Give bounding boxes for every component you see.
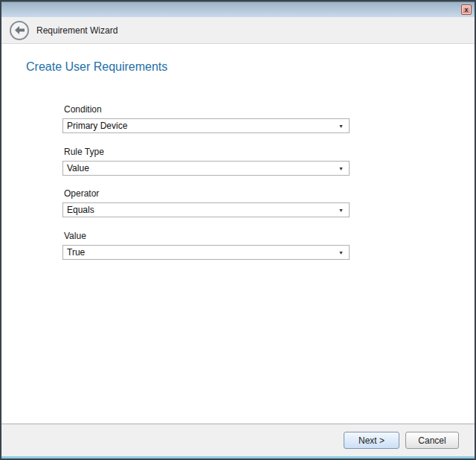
next-button[interactable]: Next > bbox=[344, 432, 399, 449]
chevron-down-icon: ▼ bbox=[338, 124, 344, 129]
field-group-rule-type: Rule Type Value ▼ bbox=[62, 147, 350, 176]
condition-dropdown[interactable]: Primary Device ▼ bbox=[62, 118, 350, 133]
operator-selected-value: Equals bbox=[67, 205, 94, 215]
cancel-button[interactable]: Cancel bbox=[405, 432, 459, 449]
condition-selected-value: Primary Device bbox=[67, 121, 127, 131]
wizard-content: Create User Requirements Condition Prima… bbox=[1, 44, 475, 424]
page-title: Create User Requirements bbox=[26, 60, 167, 74]
chevron-down-icon: ▼ bbox=[338, 250, 344, 255]
rule-type-label: Rule Type bbox=[64, 147, 350, 157]
operator-dropdown[interactable]: Equals ▼ bbox=[62, 202, 350, 217]
wizard-header: Requirement Wizard bbox=[1, 17, 475, 44]
wizard-window: x Requirement Wizard Create User Require… bbox=[0, 0, 476, 460]
operator-label: Operator bbox=[64, 188, 350, 199]
bottom-accent-line bbox=[1, 456, 475, 459]
chevron-down-icon: ▼ bbox=[338, 208, 344, 213]
condition-label: Condition bbox=[64, 104, 350, 115]
back-button[interactable] bbox=[10, 21, 29, 40]
chevron-down-icon: ▼ bbox=[338, 166, 344, 171]
value-label: Value bbox=[64, 231, 350, 241]
titlebar: x bbox=[1, 1, 475, 17]
back-arrow-icon bbox=[15, 26, 25, 34]
rule-type-selected-value: Value bbox=[67, 163, 89, 173]
rule-type-dropdown[interactable]: Value ▼ bbox=[62, 161, 350, 176]
field-group-condition: Condition Primary Device ▼ bbox=[62, 104, 350, 133]
wizard-footer: Next > Cancel bbox=[1, 424, 475, 456]
value-selected-value: True bbox=[67, 247, 85, 258]
value-dropdown[interactable]: True ▼ bbox=[62, 245, 350, 260]
wizard-title: Requirement Wizard bbox=[36, 25, 118, 36]
close-button[interactable]: x bbox=[461, 4, 472, 15]
field-group-operator: Operator Equals ▼ bbox=[62, 188, 350, 217]
field-group-value: Value True ▼ bbox=[62, 231, 350, 260]
